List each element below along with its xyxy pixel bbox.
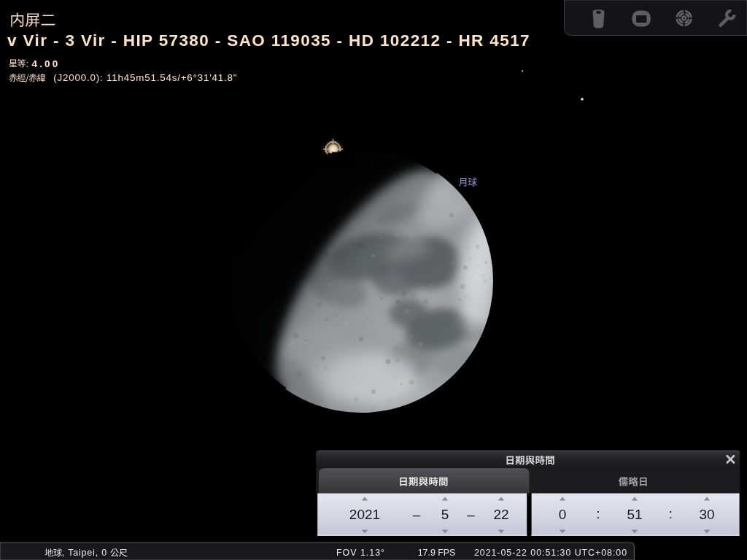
svg-text:2021-05-22 00:51:30 UTC+08:00: 2021-05-22 00:51:30 UTC+08:00 [474, 548, 627, 558]
svg-text:30: 30 [699, 507, 714, 522]
svg-text:2021: 2021 [349, 507, 380, 522]
svg-text:–: – [413, 507, 421, 522]
svg-text:–: – [467, 507, 475, 522]
svg-text:4.00: 4.00 [32, 58, 61, 69]
svg-text:0: 0 [559, 507, 567, 522]
svg-text:(J2000.0): 11h45m51.54s/+6°31': (J2000.0): 11h45m51.54s/+6°31'41.8" [53, 72, 237, 83]
svg-text::: : [26, 58, 29, 69]
svg-text:22: 22 [493, 507, 508, 522]
svg-text:FOV 1.13°: FOV 1.13° [336, 548, 385, 558]
svg-text:, Taipei, 0: , Taipei, 0 [62, 548, 107, 558]
svg-text::: : [669, 506, 673, 521]
svg-text:5: 5 [441, 507, 449, 522]
svg-text:17.9 FPS: 17.9 FPS [418, 548, 456, 558]
svg-text:51: 51 [627, 507, 642, 522]
svg-text:v Vir - 3 Vir - HIP 57380 - SA: v Vir - 3 Vir - HIP 57380 - SAO 119035 -… [7, 31, 530, 50]
svg-text::: : [596, 506, 600, 521]
